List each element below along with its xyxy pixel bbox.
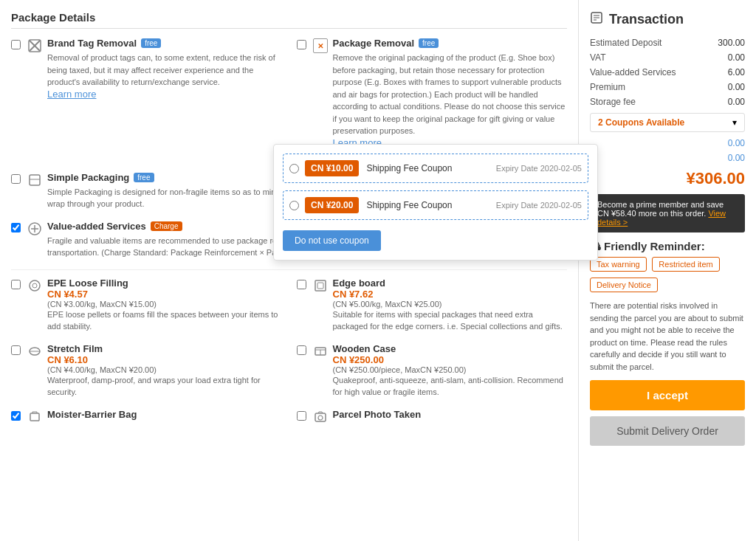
coupon-row-2: CN ¥20.00 Shipping Fee Coupon Expiry Dat… — [283, 190, 588, 220]
parcel-photo-icon — [312, 409, 329, 425]
vat-value: 0.00 — [728, 52, 745, 63]
value-added-title: Value-added Services — [47, 221, 146, 232]
brand-tag-title: Brand Tag Removal — [47, 38, 137, 49]
stretch-film-checkbox[interactable] — [11, 345, 21, 355]
wooden-case-checkbox[interactable] — [297, 345, 306, 355]
svg-point-19 — [318, 416, 323, 420]
svg-point-9 — [32, 283, 37, 288]
svg-rect-11 — [317, 283, 323, 289]
edge-board-price-detail: (CN ¥5.00/kg, MaxCN ¥25.00) — [333, 300, 568, 309]
trans-row-estimated: Estimated Deposit 300.00 — [590, 38, 745, 48]
coupon-row-1: CN ¥10.00 Shipping Fee Coupon Expiry Dat… — [283, 154, 588, 183]
parcel-photo-checkbox[interactable] — [297, 411, 306, 421]
trans-row-premium: Premium 0.00 — [590, 82, 745, 92]
simple-packaging-badge: free — [134, 173, 154, 182]
edge-board-checkbox[interactable] — [297, 280, 306, 289]
chevron-down-icon: ▾ — [732, 117, 737, 128]
wooden-case-desc: Quakeproof, anti-squeeze, anti-slam, ant… — [333, 374, 568, 399]
epe-price: CN ¥4.57 — [47, 289, 282, 300]
simple-packaging-title: Simple Packaging — [47, 172, 129, 183]
transaction-icon — [590, 11, 603, 27]
moister-barrier-icon — [27, 409, 43, 425]
coupon-amount-1: CN ¥10.00 — [305, 160, 359, 176]
trans-row-storage: Storage fee 0.00 — [590, 97, 745, 107]
section-title: Package Details — [11, 11, 567, 29]
coupon-dropdown-button[interactable]: 2 Coupons Available ▾ — [590, 113, 745, 132]
coupon-expiry-2: Expiry Date 2020-02-05 — [496, 201, 582, 210]
package-removal-desc: Remove the original packaging of the pro… — [333, 52, 568, 137]
epe-checkbox[interactable] — [11, 280, 21, 289]
moister-barrier-title: Moister-Barrier Bag — [47, 409, 278, 420]
wooden-case-price: CN ¥250.00 — [333, 354, 568, 365]
value-added-value: 6.00 — [728, 67, 745, 77]
edge-board-icon — [312, 278, 329, 294]
stretch-film-icon — [27, 343, 43, 359]
restricted-item-button[interactable]: Restricted item — [652, 257, 719, 272]
stretch-film-price-detail: (CN ¥4.00/kg, MaxCN ¥20.00) — [47, 365, 282, 374]
package-removal-title: Package Removal — [333, 38, 415, 49]
tax-warning-button[interactable]: Tax warning — [590, 257, 647, 272]
coupon1-value: 0.00 — [728, 138, 745, 148]
simple-packaging-checkbox[interactable] — [11, 174, 21, 184]
edge-board-title: Edge board — [333, 278, 563, 289]
coupon-available-label: 2 Coupons Available — [598, 117, 684, 128]
coupon-button-area: 2 Coupons Available ▾ — [590, 113, 745, 132]
reminder-desc: There are potential risks involved in se… — [590, 300, 745, 373]
coupon-popup: CN ¥10.00 Shipping Fee Coupon Expiry Dat… — [273, 144, 598, 261]
premium-value: 0.00 — [728, 82, 745, 92]
value-added-icon — [27, 221, 43, 237]
value-added-badge: Charge — [151, 221, 182, 231]
no-coupon-button[interactable]: Do not use coupon — [283, 230, 381, 251]
value-added-checkbox[interactable] — [11, 223, 21, 232]
parcel-photo-title: Parcel Photo Taken — [333, 409, 563, 420]
accept-button[interactable]: I accept — [590, 380, 745, 410]
brand-tag-learn-more[interactable]: Learn more — [47, 89, 96, 100]
package-removal-icon: ✕ — [312, 38, 329, 54]
stretch-film-desc: Waterproof, damp-proof, and wraps your l… — [47, 374, 282, 399]
stretch-film-price: CN ¥6.10 — [47, 354, 282, 365]
epe-price-detail: (CN ¥3.00/kg, MaxCN ¥15.00) — [47, 300, 282, 309]
epe-title: EPE Loose Filling — [47, 278, 278, 289]
trans-row-value-added: Value-added Services 6.00 — [590, 67, 745, 77]
svg-rect-3 — [30, 175, 40, 185]
package-removal-checkbox[interactable] — [297, 40, 306, 49]
wooden-case-icon — [312, 343, 329, 359]
coupon-type-2: Shipping Fee Coupon — [366, 200, 495, 210]
epe-icon — [27, 278, 43, 294]
total-price: ¥306.00 — [686, 169, 745, 188]
brand-tag-checkbox[interactable] — [11, 40, 21, 49]
total-row: ¥306.00 — [590, 169, 745, 188]
value-added-label: Value-added Services — [590, 67, 676, 77]
package-removal-badge: free — [419, 38, 439, 48]
estimated-value: 300.00 — [718, 38, 745, 48]
brand-tag-badge: free — [141, 38, 161, 48]
svg-rect-10 — [315, 280, 326, 291]
moister-barrier-checkbox[interactable] — [11, 411, 21, 421]
stretch-film-title: Stretch Film — [47, 343, 278, 354]
brand-tag-desc: Removal of product tags can, to some ext… — [47, 52, 282, 89]
svg-rect-17 — [30, 413, 39, 421]
coupon2-value: 0.00 — [728, 153, 745, 163]
trans-row-vat: VAT 0.00 — [590, 52, 745, 63]
coupon-radio-1[interactable] — [289, 164, 299, 173]
transaction-title-row: Transaction — [590, 11, 745, 27]
wooden-case-price-detail: (CN ¥250.00/piece, MaxCN ¥250.00) — [333, 365, 568, 374]
right-panel: Transaction Estimated Deposit 300.00 VAT… — [579, 0, 756, 541]
premium-label: Premium — [590, 82, 625, 92]
edge-board-price: CN ¥7.62 — [333, 289, 568, 300]
coupon-radio-2[interactable] — [289, 201, 299, 210]
simple-packaging-icon — [27, 172, 43, 188]
edge-board-desc: Suitable for items with special packages… — [333, 309, 568, 333]
coupon-expiry-1: Expiry Date 2020-02-05 — [496, 164, 582, 173]
promo-text: Become a prime member and save CN ¥58.40… — [597, 200, 724, 218]
wooden-case-title: Wooden Case — [333, 343, 563, 354]
estimated-label: Estimated Deposit — [590, 38, 662, 48]
coupon-amount-2: CN ¥20.00 — [305, 197, 359, 213]
vat-label: VAT — [590, 52, 606, 63]
reminder-title: 🌤 Friendly Reminder: — [590, 240, 745, 252]
promo-banner: Become a prime member and save CN ¥58.40… — [590, 194, 745, 232]
left-panel: Package Details Brand Tag Removal free R… — [0, 0, 579, 541]
trans-row-coupon1: 0.00 — [590, 138, 745, 148]
submit-delivery-button[interactable]: Submit Delivery Order — [590, 416, 745, 446]
delivery-notice-button[interactable]: Delivery Notice — [590, 278, 658, 292]
